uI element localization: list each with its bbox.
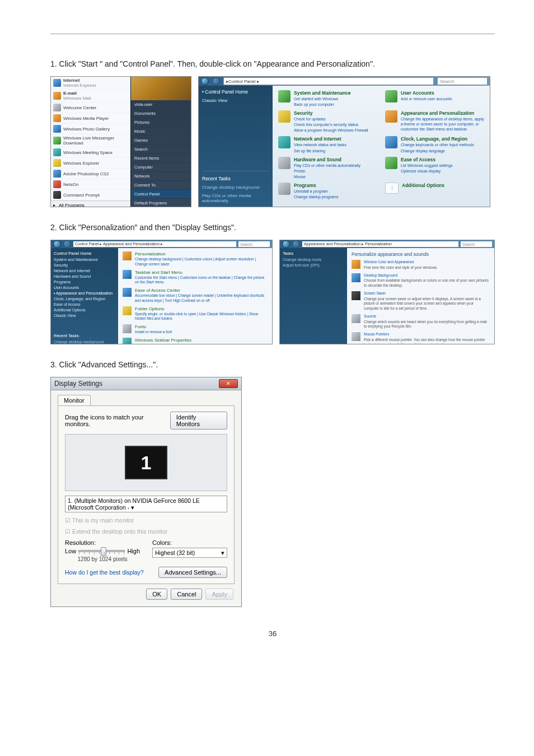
item-title[interactable]: Desktop Background bbox=[364, 273, 490, 278]
sidebar-item[interactable]: Ease of Access bbox=[54, 302, 115, 306]
startmenu-right-item[interactable]: Recent Items bbox=[131, 154, 191, 163]
cat-link[interactable]: Check for updates bbox=[294, 116, 368, 122]
breadcrumb[interactable]: Appearance and Personalization ▸ Persona… bbox=[302, 241, 458, 247]
nav-fwd-icon[interactable] bbox=[292, 240, 300, 248]
startmenu-right-item[interactable]: Music bbox=[131, 127, 191, 136]
cat-link[interactable]: Change the appearance of desktop items, … bbox=[401, 116, 484, 132]
startmenu-item[interactable]: Welcome Center bbox=[51, 102, 130, 113]
section-links[interactable]: Customize the Start menu | Customize ico… bbox=[135, 276, 268, 286]
resolution-slider[interactable]: Low High bbox=[65, 548, 140, 554]
recent-task[interactable]: Play CDs or other media automatically bbox=[202, 193, 269, 203]
cat-link[interactable]: Mouse bbox=[294, 174, 360, 179]
search[interactable]: Search bbox=[238, 241, 270, 247]
cat-link[interactable]: Play CDs or other media automatically bbox=[294, 163, 360, 168]
cat-link[interactable]: Optimize visual display bbox=[401, 169, 453, 174]
sidebar-item-active[interactable]: Appearance and Personalization bbox=[56, 291, 113, 295]
sidebar-item[interactable]: Classic View bbox=[54, 314, 115, 318]
startmenu-right-item[interactable]: Games bbox=[131, 136, 191, 145]
cp-classic-view[interactable]: Classic View bbox=[202, 98, 269, 103]
item-title[interactable]: Window Color and Appearance bbox=[364, 260, 438, 265]
cat-link[interactable]: Change display language bbox=[401, 148, 474, 153]
advanced-settings-button[interactable]: Advanced Settings... bbox=[158, 567, 227, 578]
cp-search[interactable]: Search bbox=[437, 77, 488, 85]
recent-task[interactable]: Change desktop background bbox=[54, 340, 115, 344]
sidebar-task[interactable]: Adjust font size (DPI) bbox=[283, 263, 344, 267]
breadcrumb[interactable]: Control Panel ▸ Appearance and Personali… bbox=[73, 241, 236, 247]
section-title[interactable]: Folder Options bbox=[135, 306, 268, 311]
nav-fwd-icon[interactable] bbox=[212, 77, 220, 85]
startmenu-item[interactable]: E-mailWindows Mail bbox=[51, 90, 130, 102]
startmenu-right-item[interactable]: Search bbox=[131, 145, 191, 154]
cp-breadcrumb[interactable]: ▸ Control Panel ▸ bbox=[223, 77, 434, 85]
cat-link[interactable]: Get started with Windows bbox=[294, 96, 351, 101]
device-dropdown[interactable]: 1. (Multiple Monitors) on NVIDIA GeForce… bbox=[65, 496, 227, 512]
monitor-1[interactable]: 1 bbox=[125, 446, 167, 479]
startmenu-right-item[interactable]: Documents bbox=[131, 109, 191, 118]
sidebar-item[interactable]: Additional Options bbox=[54, 308, 115, 312]
cat-title[interactable]: Network and Internet bbox=[294, 136, 346, 142]
section-links[interactable]: Specify single- or double-click to open … bbox=[135, 312, 268, 322]
sidebar-task[interactable]: Change desktop icons bbox=[283, 258, 344, 262]
startmenu-right-item[interactable]: Default Programs bbox=[131, 199, 191, 207]
all-programs[interactable]: All Programs bbox=[59, 203, 85, 207]
close-icon[interactable]: ✕ bbox=[219, 379, 238, 388]
nav-fwd-icon[interactable] bbox=[63, 240, 71, 248]
cat-link[interactable]: Uninstall a program bbox=[294, 189, 338, 194]
cat-link[interactable]: Allow a program through Windows Firewall bbox=[294, 128, 368, 133]
sidebar-item[interactable]: Clock, Language, and Region bbox=[54, 297, 115, 301]
apply-button[interactable]: Apply bbox=[205, 589, 233, 600]
sidebar-item[interactable]: Programs bbox=[54, 280, 115, 284]
cat-link[interactable]: Add or remove user accounts bbox=[401, 96, 452, 101]
startmenu-item[interactable]: Windows Photo Gallery bbox=[51, 124, 130, 134]
section-links[interactable]: Install or remove a font bbox=[135, 330, 172, 335]
cat-link[interactable]: Change startup programs bbox=[294, 194, 338, 199]
item-title[interactable]: Sounds bbox=[364, 314, 490, 319]
startmenu-item[interactable]: Windows Live Messenger Download bbox=[51, 134, 130, 147]
sidebar-item[interactable]: Hardware and Sound bbox=[54, 274, 115, 278]
nav-back-icon[interactable] bbox=[53, 240, 61, 248]
cat-title[interactable]: Ease of Access bbox=[401, 157, 453, 162]
colors-dropdown[interactable]: Highest (32 bit)▾ bbox=[152, 548, 227, 558]
startmenu-item[interactable]: Windows Meeting Space bbox=[51, 147, 130, 158]
section-title[interactable]: Taskbar and Start Menu bbox=[135, 270, 268, 275]
cp-home-link[interactable]: Control Panel Home bbox=[205, 89, 248, 95]
section-title[interactable]: Personalization bbox=[135, 251, 268, 256]
startmenu-item[interactable]: Windows Explorer bbox=[51, 158, 130, 169]
cat-link[interactable]: Printer bbox=[294, 169, 360, 174]
startmenu-right-item[interactable]: Connect To bbox=[131, 181, 191, 190]
sidebar-item[interactable]: Network and Internet bbox=[54, 269, 115, 273]
nav-back-icon[interactable] bbox=[282, 240, 290, 248]
cat-link[interactable]: Change keyboards or other input methods bbox=[401, 142, 474, 147]
identify-monitors-button[interactable]: Identify Monitors bbox=[170, 412, 227, 430]
sidebar-item[interactable]: User Accounts bbox=[54, 286, 115, 290]
cat-title[interactable]: Clock, Language, and Region bbox=[401, 136, 474, 142]
section-title[interactable]: Windows Sidebar Properties bbox=[135, 338, 268, 343]
tab-monitor[interactable]: Monitor bbox=[58, 395, 91, 405]
item-title[interactable]: Screen Saver bbox=[364, 291, 490, 296]
cat-link[interactable]: Let Windows suggest settings bbox=[401, 163, 453, 168]
cat-title[interactable]: Programs bbox=[294, 183, 338, 188]
startmenu-item[interactable]: Adobe Photoshop CS2 bbox=[51, 169, 130, 179]
item-title[interactable]: Mouse Pointers bbox=[364, 332, 490, 337]
cat-title[interactable]: System and Maintenance bbox=[294, 90, 351, 96]
section-links[interactable]: Accommodate low vision | Change screen r… bbox=[135, 293, 268, 304]
sidebar-item[interactable]: System and Maintenance bbox=[54, 258, 115, 262]
monitor-preview[interactable]: 1 bbox=[65, 434, 227, 491]
startmenu-control-panel[interactable]: Control Panel bbox=[131, 190, 191, 199]
nav-back-icon[interactable] bbox=[201, 77, 209, 85]
startmenu-item[interactable]: NetsOn bbox=[51, 179, 130, 190]
startmenu-right-item[interactable]: Network bbox=[131, 172, 191, 181]
cat-link[interactable]: Set up file sharing bbox=[294, 148, 346, 153]
startmenu-item[interactable]: Command Prompt bbox=[51, 190, 130, 200]
ok-button[interactable]: OK bbox=[146, 589, 167, 600]
cancel-button[interactable]: Cancel bbox=[171, 589, 202, 600]
section-links[interactable]: Add gadgets to Sidebar | Choose whether … bbox=[135, 343, 268, 344]
cat-title[interactable]: Appearance and Personalization bbox=[401, 110, 484, 116]
cat-title[interactable]: Additional Options bbox=[402, 183, 444, 188]
search[interactable]: Search bbox=[461, 241, 492, 247]
startmenu-item[interactable]: Windows Media Player bbox=[51, 113, 130, 124]
help-link[interactable]: How do I get the best display? bbox=[65, 569, 144, 576]
sidebar-item[interactable]: Control Panel Home bbox=[54, 251, 115, 256]
startmenu-right-item[interactable]: Pictures bbox=[131, 118, 191, 127]
section-title[interactable]: Ease of Access Center bbox=[135, 288, 268, 293]
